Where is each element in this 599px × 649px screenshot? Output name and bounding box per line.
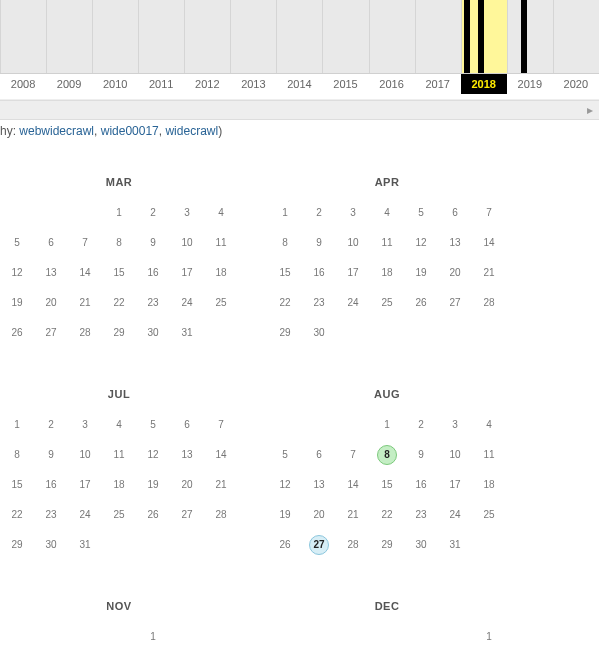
calendar-day[interactable]: 24 (68, 500, 102, 530)
calendar-day[interactable]: 14 (336, 470, 370, 500)
calendar-day[interactable]: 25 (370, 288, 404, 318)
calendar-day[interactable]: 7 (336, 440, 370, 470)
scroll-right-icon[interactable]: ▸ (583, 103, 597, 117)
calendar-day[interactable]: 20 (170, 470, 204, 500)
calendar-day[interactable]: 27 (302, 530, 336, 560)
calendar-day[interactable]: 6 (170, 410, 204, 440)
timeline-year-slot[interactable] (507, 0, 554, 73)
calendar-day[interactable]: 8 (370, 440, 404, 470)
calendar-day[interactable]: 12 (404, 228, 438, 258)
calendar-day[interactable]: 17 (68, 470, 102, 500)
calendar-day[interactable]: 6 (34, 228, 68, 258)
timeline-year-label[interactable]: 2016 (369, 78, 415, 90)
calendar-day[interactable]: 14 (204, 440, 238, 470)
calendar-day[interactable]: 11 (370, 228, 404, 258)
calendar-day[interactable]: 17 (170, 258, 204, 288)
calendar-day[interactable]: 1 (472, 622, 506, 649)
calendar-day[interactable]: 9 (404, 440, 438, 470)
calendar-day[interactable]: 7 (204, 410, 238, 440)
calendar-day[interactable]: 9 (136, 228, 170, 258)
calendar-day[interactable]: 11 (472, 440, 506, 470)
timeline-year-slot[interactable] (276, 0, 323, 73)
calendar-day[interactable]: 9 (302, 228, 336, 258)
calendar-day[interactable]: 2 (136, 198, 170, 228)
timeline-year-label[interactable]: 2019 (507, 78, 553, 90)
calendar-day[interactable]: 30 (136, 318, 170, 348)
timeline-year-label[interactable]: 2009 (46, 78, 92, 90)
timeline-year-label[interactable]: 2020 (553, 78, 599, 90)
calendar-day[interactable]: 19 (404, 258, 438, 288)
timeline-year-slot[interactable] (46, 0, 93, 73)
calendar-day[interactable]: 4 (370, 198, 404, 228)
timeline-year-slot[interactable] (322, 0, 369, 73)
calendar-day[interactable]: 14 (472, 228, 506, 258)
calendar-day[interactable]: 28 (68, 318, 102, 348)
calendar-day[interactable]: 27 (34, 318, 68, 348)
calendar-day[interactable]: 10 (336, 228, 370, 258)
calendar-day[interactable]: 22 (268, 288, 302, 318)
calendar-day[interactable]: 18 (102, 470, 136, 500)
calendar-day[interactable]: 3 (170, 198, 204, 228)
timeline-year-slot[interactable] (184, 0, 231, 73)
calendar-day[interactable]: 6 (302, 440, 336, 470)
calendar-day[interactable]: 4 (204, 198, 238, 228)
calendar-day[interactable]: 23 (136, 288, 170, 318)
why-link[interactable]: widecrawl (165, 124, 218, 138)
calendar-day[interactable]: 26 (136, 500, 170, 530)
timeline-year-slot[interactable] (369, 0, 416, 73)
calendar-day[interactable]: 7 (472, 198, 506, 228)
calendar-day[interactable]: 25 (102, 500, 136, 530)
timeline-year-label[interactable]: 2017 (415, 78, 461, 90)
calendar-day[interactable]: 19 (136, 470, 170, 500)
calendar-day[interactable]: 24 (170, 288, 204, 318)
calendar-day[interactable]: 18 (204, 258, 238, 288)
calendar-day[interactable]: 10 (170, 228, 204, 258)
calendar-day[interactable]: 13 (170, 440, 204, 470)
calendar-day[interactable]: 23 (302, 288, 336, 318)
timeline-year-label[interactable]: 2018 (461, 74, 507, 94)
why-link[interactable]: webwidecrawl (19, 124, 94, 138)
calendar-day[interactable]: 1 (102, 198, 136, 228)
calendar-day[interactable]: 26 (0, 318, 34, 348)
calendar-day[interactable]: 13 (438, 228, 472, 258)
calendar-day[interactable]: 21 (68, 288, 102, 318)
calendar-day[interactable]: 29 (102, 318, 136, 348)
calendar-day[interactable]: 10 (438, 440, 472, 470)
calendar-day[interactable]: 4 (102, 410, 136, 440)
calendar-day[interactable]: 8 (268, 228, 302, 258)
calendar-day[interactable]: 1 (370, 410, 404, 440)
calendar-day[interactable]: 15 (0, 470, 34, 500)
calendar-day[interactable]: 27 (438, 288, 472, 318)
calendar-day[interactable]: 10 (68, 440, 102, 470)
calendar-day[interactable]: 5 (268, 440, 302, 470)
calendar-day[interactable]: 20 (34, 288, 68, 318)
calendar-day[interactable]: 30 (302, 318, 336, 348)
calendar-day[interactable]: 20 (302, 500, 336, 530)
calendar-day[interactable]: 1 (0, 410, 34, 440)
calendar-day[interactable]: 19 (268, 500, 302, 530)
calendar-day[interactable]: 15 (102, 258, 136, 288)
calendar-day[interactable]: 16 (404, 470, 438, 500)
calendar-day[interactable]: 21 (472, 258, 506, 288)
calendar-day[interactable]: 1 (268, 198, 302, 228)
timeline-scrollbar[interactable]: ▸ (0, 100, 599, 120)
calendar-day[interactable]: 22 (0, 500, 34, 530)
calendar-day[interactable]: 28 (336, 530, 370, 560)
calendar-day[interactable]: 21 (336, 500, 370, 530)
calendar-day[interactable]: 3 (336, 198, 370, 228)
calendar-day[interactable]: 3 (68, 410, 102, 440)
calendar-day[interactable]: 6 (438, 198, 472, 228)
calendar-day[interactable]: 17 (438, 470, 472, 500)
calendar-day[interactable]: 11 (204, 228, 238, 258)
calendar-day[interactable]: 26 (268, 530, 302, 560)
calendar-day[interactable]: 22 (102, 288, 136, 318)
calendar-day[interactable]: 27 (170, 500, 204, 530)
calendar-day[interactable]: 13 (302, 470, 336, 500)
why-link[interactable]: wide00017 (101, 124, 159, 138)
calendar-day[interactable]: 1 (136, 622, 170, 649)
calendar-day[interactable]: 8 (102, 228, 136, 258)
calendar-day[interactable]: 9 (34, 440, 68, 470)
calendar-day[interactable]: 18 (472, 470, 506, 500)
calendar-day[interactable]: 15 (268, 258, 302, 288)
calendar-day[interactable]: 31 (438, 530, 472, 560)
